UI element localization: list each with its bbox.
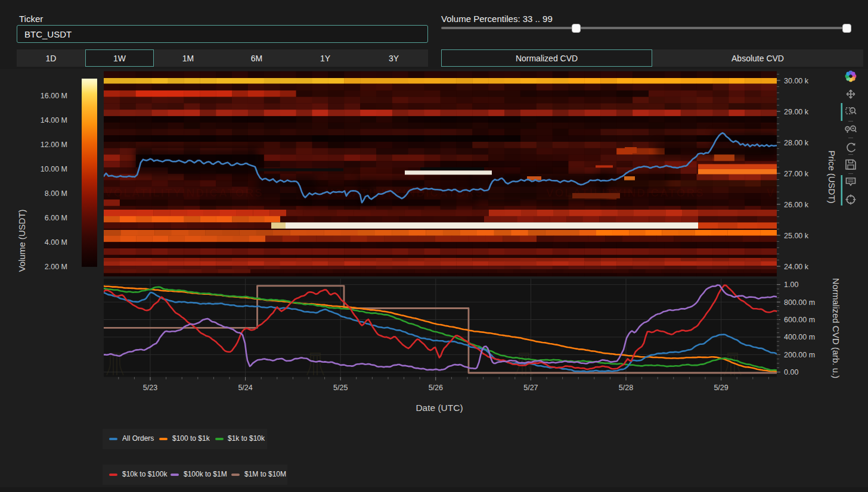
svg-text:26.00 k: 26.00 k: [784, 201, 809, 209]
svg-text:5/25: 5/25: [333, 384, 348, 392]
svg-text:5/23: 5/23: [143, 384, 157, 392]
svg-text:VOLATILITYINDICATORS: VOLATILITYINDICATORS: [546, 186, 705, 199]
svg-text:5/28: 5/28: [619, 384, 633, 392]
svg-text:14.00 M: 14.00 M: [41, 116, 67, 124]
svg-text:16.00 M: 16.00 M: [41, 92, 67, 100]
svg-text:Normalized CVD (arb. u.): Normalized CVD (arb. u.): [831, 278, 841, 378]
svg-text:4.00 M: 4.00 M: [45, 238, 67, 247]
svg-text:8.00 M: 8.00 M: [45, 189, 67, 198]
svg-text:200.00 m: 200.00 m: [784, 351, 815, 359]
svg-text:5/27: 5/27: [523, 384, 538, 392]
svg-text:28.00 k: 28.00 k: [784, 139, 809, 147]
svg-text:800.00 m: 800.00 m: [784, 298, 815, 307]
svg-text:27.00 k: 27.00 k: [784, 170, 809, 178]
svg-text:25.00 k: 25.00 k: [784, 232, 809, 240]
svg-text:5/26: 5/26: [429, 384, 443, 392]
svg-text:Volume (USDT): Volume (USDT): [17, 209, 27, 272]
svg-text:24.00 k: 24.00 k: [784, 263, 809, 271]
svg-text:400.00 m: 400.00 m: [784, 333, 815, 341]
svg-text:2.00 M: 2.00 M: [45, 263, 67, 271]
svg-text:Date (UTC): Date (UTC): [416, 403, 463, 413]
svg-text:0.00: 0.00: [784, 368, 798, 376]
svg-text:5/29: 5/29: [714, 384, 728, 392]
svg-text:30.00 k: 30.00 k: [784, 77, 809, 85]
svg-text:6.00 M: 6.00 M: [45, 214, 67, 222]
svg-text:10.00 M: 10.00 M: [41, 165, 67, 173]
svg-text:VOLATILITYINDICATORS: VOLATILITYINDICATORS: [105, 186, 264, 199]
svg-text:5/24: 5/24: [238, 384, 252, 392]
svg-text:1.00: 1.00: [784, 281, 798, 289]
svg-text:12.00 M: 12.00 M: [41, 141, 67, 149]
svg-text:29.00 k: 29.00 k: [784, 108, 809, 116]
svg-text:600.00 m: 600.00 m: [784, 316, 815, 324]
svg-text:VOLATILITYINDICATORS: VOLATILITYINDICATORS: [767, 186, 868, 199]
svg-text:Price (USDT): Price (USDT): [827, 150, 837, 203]
